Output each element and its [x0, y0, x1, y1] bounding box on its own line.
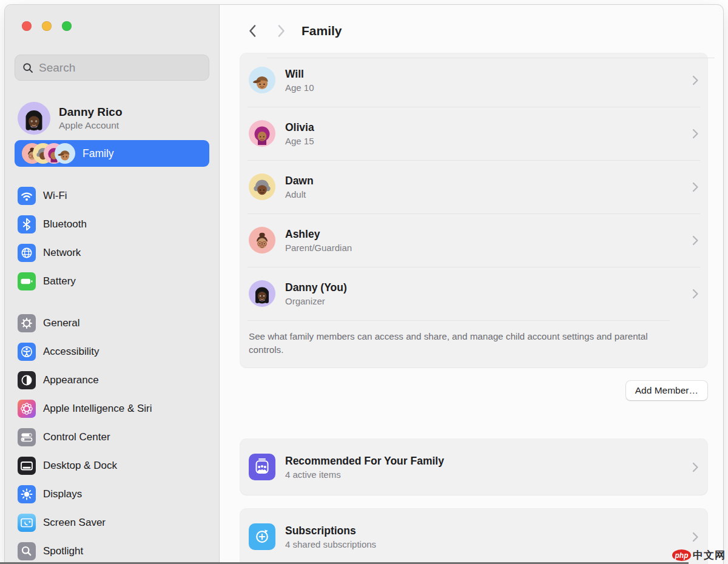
sidebar-item-label: Control Center [43, 431, 110, 443]
sidebar-item-label: General [43, 317, 79, 329]
member-name: Ashley [285, 228, 682, 241]
sidebar-item-spotlight[interactable]: Spotlight [15, 537, 209, 564]
sidebar-nav: Wi-Fi Bluetooth Networ [15, 181, 209, 564]
page-title: Family [302, 24, 342, 38]
bluetooth-icon [18, 215, 36, 233]
sidebar-item-appearance[interactable]: Appearance [15, 366, 209, 394]
chevron-right-icon [692, 289, 699, 299]
family-pane: Family Will Age 10 [220, 5, 723, 564]
chevron-right-icon [692, 129, 699, 139]
sidebar-item-general[interactable]: General [15, 309, 209, 337]
family-recommendations-icon [249, 454, 275, 480]
sidebar-item-accessibility[interactable]: Accessibility [15, 337, 209, 366]
sidebar-item-label: Family [83, 147, 114, 160]
member-row-ashley[interactable]: Ashley Parent/Guardian [240, 213, 707, 267]
avatar [249, 173, 275, 200]
sidebar-item-displays[interactable]: Displays [15, 480, 209, 508]
member-name: Danny (You) [285, 281, 682, 294]
feature-subtitle: 4 active items [285, 469, 682, 480]
sidebar-item-label: Desktop & Dock [43, 460, 117, 472]
spotlight-icon [18, 542, 36, 560]
wifi-icon [18, 187, 36, 205]
member-name: Will [285, 68, 682, 81]
member-row-dawn[interactable]: Dawn Adult [240, 160, 707, 213]
sidebar-item-bluetooth[interactable]: Bluetooth [15, 210, 209, 238]
family-description: See what family members can access and s… [240, 320, 677, 368]
member-subtitle: Age 10 [285, 82, 682, 93]
watermark-text: 中文网 [693, 548, 726, 562]
sidebar-item-wifi[interactable]: Wi-Fi [15, 181, 209, 210]
close-button[interactable] [22, 21, 32, 31]
chevron-right-icon [692, 75, 699, 86]
sidebar-item-label: Spotlight [43, 545, 83, 557]
sidebar-item-apple-intelligence-siri[interactable]: Apple Intelligence & Siri [15, 394, 209, 423]
avatar [249, 227, 275, 253]
family-avatars-cluster [22, 143, 75, 164]
feature-title: Recommended For Your Family [285, 455, 682, 468]
gear-icon [18, 314, 36, 332]
sidebar-item-label: Bluetooth [43, 218, 87, 230]
battery-icon [18, 272, 36, 290]
member-subtitle: Adult [285, 189, 682, 200]
chevron-right-icon [692, 532, 699, 542]
search-icon [22, 62, 33, 73]
sidebar-item-label: Appearance [43, 374, 99, 386]
sidebar-item-network[interactable]: Network [15, 238, 209, 267]
profile-subtitle: Apple Account [59, 120, 123, 131]
sidebar-item-desktop-dock[interactable]: Desktop & Dock [15, 451, 209, 480]
php-logo: php [672, 549, 691, 561]
minimize-button[interactable] [42, 21, 52, 31]
avatar [249, 280, 275, 307]
profile-row[interactable]: Danny Rico Apple Account [15, 102, 209, 135]
chevron-right-icon [692, 182, 699, 192]
row-divider [267, 58, 715, 58]
subscriptions-row[interactable]: Subscriptions 4 shared subscriptions [240, 509, 707, 564]
chevron-right-icon[interactable] [277, 24, 286, 38]
globe-icon [18, 244, 36, 262]
sidebar-item-label: Accessibility [43, 346, 99, 358]
feature-subtitle: 4 shared subscriptions [285, 539, 682, 549]
avatar [249, 120, 275, 147]
member-row-will[interactable]: Will Age 10 [240, 53, 707, 107]
subscriptions-icon [249, 523, 275, 550]
sidebar-item-label: Battery [43, 275, 76, 287]
window-controls [22, 21, 209, 31]
add-member-button[interactable]: Add Member… [626, 381, 707, 400]
sidebar-item-screen-saver[interactable]: Screen Saver [15, 508, 209, 537]
pane-header: Family [240, 18, 707, 44]
sidebar-item-label: Wi-Fi [43, 190, 67, 202]
family-members-card: Will Age 10 [240, 53, 707, 368]
sidebar-item-control-center[interactable]: Control Center [15, 423, 209, 451]
siri-icon [18, 400, 36, 418]
sidebar-item-family[interactable]: Family [15, 140, 209, 167]
screen-saver-icon [18, 514, 36, 532]
system-settings-window: Danny Rico Apple Account [5, 5, 723, 564]
appearance-icon [18, 371, 36, 389]
zoom-button[interactable] [62, 21, 72, 31]
actions-row: Add Member… [240, 381, 707, 400]
member-subtitle: Parent/Guardian [285, 243, 682, 253]
recommended-row[interactable]: Recommended For Your Family 4 active ite… [240, 439, 707, 495]
control-center-icon [18, 428, 36, 446]
member-name: Olivia [285, 121, 682, 134]
displays-icon [18, 485, 36, 503]
recommended-card: Recommended For Your Family 4 active ite… [240, 439, 707, 495]
avatar [18, 102, 50, 135]
feature-title: Subscriptions [285, 525, 682, 537]
chevron-left-icon[interactable] [248, 24, 257, 38]
member-subtitle: Organizer [285, 296, 682, 306]
watermark: php 中文网 [672, 548, 726, 562]
member-row-danny[interactable]: Danny (You) Organizer [240, 267, 707, 320]
search-input[interactable] [39, 61, 201, 75]
sidebar-item-battery[interactable]: Battery [15, 267, 209, 295]
profile-name: Danny Rico [59, 106, 123, 119]
sidebar: Danny Rico Apple Account [5, 5, 220, 564]
avatar [249, 67, 275, 93]
search-field[interactable] [15, 55, 209, 81]
member-row-olivia[interactable]: Olivia Age 15 [240, 107, 707, 160]
accessibility-icon [18, 343, 36, 361]
desktop-dock-icon [18, 457, 36, 475]
member-name: Dawn [285, 175, 682, 187]
avatar [55, 143, 75, 164]
screenshot-page: Danny Rico Apple Account [0, 0, 728, 564]
